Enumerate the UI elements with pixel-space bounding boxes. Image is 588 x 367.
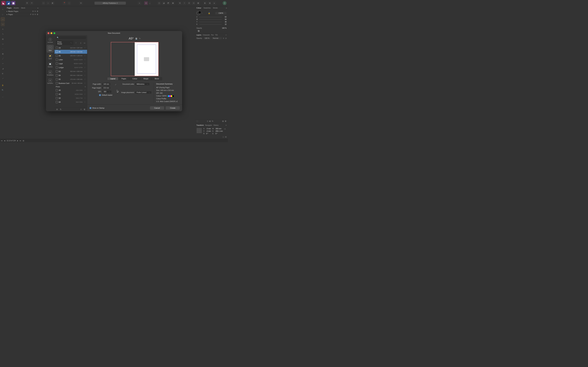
line-tool-icon[interactable]: ╱ — [1, 57, 5, 61]
heart-icon[interactable]: ♡ — [84, 93, 86, 95]
sync-icon[interactable]: ⟳ — [30, 1, 34, 5]
transparency-tool-icon[interactable]: ◐ — [1, 71, 5, 75]
default-master-checkbox[interactable]: ✓ — [99, 94, 101, 96]
add-layer-icon[interactable]: ▤ — [222, 120, 224, 122]
minimize-window-icon[interactable] — [51, 32, 52, 34]
page-opts-icon[interactable]: ▤ — [23, 140, 24, 142]
persona-designer[interactable]: ◢ — [6, 1, 10, 5]
preset-business-card[interactable]: Business Card55 mm × 88 mm♡ — [54, 81, 87, 85]
tab-bleed[interactable]: Bleed — [152, 77, 162, 80]
move-tool-icon[interactable]: ↖ — [1, 8, 5, 11]
link-wh-icon[interactable]: ⊐ — [224, 128, 225, 130]
chevron-down-icon[interactable]: ⌄ — [149, 1, 151, 5]
tab-history[interactable]: History — [213, 124, 218, 126]
heart-icon[interactable]: ♡ — [84, 83, 86, 84]
preset-legal[interactable]: Legal8.5 in × 14 in♡ — [54, 62, 87, 66]
image-placement-select[interactable]: Prefer Linked — [135, 91, 151, 94]
shape-circle-icon[interactable]: ○ — [46, 1, 50, 5]
swap-dimensions-icon[interactable]: ⤢ — [115, 83, 116, 86]
tab-stock[interactable]: Stock — [21, 7, 26, 9]
adjust-icon[interactable]: ◐ — [209, 120, 211, 122]
save-preset-icon[interactable]: 💾 — [135, 38, 138, 40]
vector-crop-tool-icon[interactable]: ✂ — [1, 62, 5, 66]
last-page-icon[interactable]: ⏭ — [20, 140, 21, 142]
picture-frame-tool-icon[interactable]: ▣ — [1, 52, 5, 56]
lock-icon[interactable]: 🔒 — [208, 12, 210, 14]
del-master-icon[interactable]: 🗑 — [37, 10, 38, 12]
preset-a6[interactable]: A6105 mm × 148 mm♡ — [54, 54, 87, 58]
prev-page-icon[interactable]: ◀ — [4, 140, 5, 142]
group2-icon[interactable]: ◪ — [162, 1, 165, 5]
colour-mode-select[interactable]: CMYK — [215, 12, 226, 14]
tab-pages[interactable]: Pages — [7, 7, 12, 9]
create-button[interactable]: Create — [166, 106, 180, 110]
portrait-icon[interactable]: ▯ — [79, 42, 82, 44]
preset-4r[interactable]: 4R4 in × 6 in♡ — [54, 88, 87, 92]
eyedropper-icon[interactable]: ⟋ — [201, 12, 203, 14]
transform-opt1-icon[interactable]: ▢ — [223, 136, 224, 138]
preset-4d[interactable]: 4D4.5 in × 6 in♡ — [54, 92, 87, 96]
tab-stroke[interactable]: Stroke — [213, 7, 218, 9]
heart-icon[interactable]: ♡ — [84, 63, 86, 65]
first-page-icon[interactable]: ⏮ — [1, 140, 3, 142]
tab-textstyles[interactable]: TSt — [215, 34, 217, 36]
x-value[interactable]: -3 mm — [206, 128, 211, 130]
preset-warn-icon[interactable]: ⚠ — [80, 108, 82, 111]
heart-icon[interactable]: ♡ — [84, 78, 86, 80]
category-menu-icon[interactable]: ≡ — [85, 86, 86, 88]
pin2-icon[interactable]: ⬚ — [67, 1, 71, 5]
transform-opt2-icon[interactable]: ⊞ — [225, 136, 226, 138]
gear-icon[interactable]: ⚙ — [223, 37, 224, 39]
art-text-tool-icon[interactable]: ▭ — [1, 22, 5, 26]
hand-tool-icon[interactable]: ✋ — [1, 83, 5, 87]
baseline-icon[interactable]: ▤ — [144, 1, 148, 5]
preset-b4[interactable]: B4250 mm × 353 mm♡ — [54, 73, 87, 77]
master-pages-section[interactable]: ▶ Master Pages ⊞ ⧉ 🗑 — [6, 10, 39, 13]
h-value[interactable]: 206.1 mm — [216, 130, 223, 132]
sidebar-item-samples[interactable]: ⊞ Samples — [47, 77, 54, 85]
group3-icon[interactable]: ◩ — [166, 1, 170, 5]
r-value[interactable]: 0 ° — [206, 133, 211, 134]
show-on-startup-checkbox[interactable]: ✓ — [90, 107, 91, 109]
page-indicator[interactable]: 12,13 of 124 — [7, 140, 16, 142]
sidebar-item-open[interactable]: 📁 Open — [47, 53, 54, 61]
layer-opacity-value[interactable]: 100 % — [203, 37, 211, 39]
cancel-button[interactable]: Cancel — [150, 106, 164, 110]
colour-well-icon[interactable]: ○ — [1, 95, 5, 99]
tab-swatches[interactable]: Swatches — [203, 7, 211, 9]
preset-ledger[interactable]: Ledger11 in × 17 in♡ — [54, 66, 87, 69]
edit-layers-icon[interactable]: ⬚ — [196, 120, 198, 122]
page-height-input[interactable]: 210 mm — [102, 87, 110, 89]
misc1-icon[interactable]: ◐ — [203, 1, 207, 5]
rect-tool-icon[interactable]: ▭ — [1, 42, 5, 46]
fx-menu-icon[interactable]: ⊞ — [225, 37, 226, 39]
ellipse-tool-icon[interactable]: ○ — [1, 47, 5, 51]
preset-a5[interactable]: A5148 mm × 210 mm♡ — [54, 50, 87, 54]
arrange4-icon[interactable]: ⊡ — [192, 1, 195, 5]
tab-colour-settings[interactable]: Colour — [129, 77, 140, 80]
mask-icon[interactable]: ◻ — [207, 120, 208, 122]
preset-6r[interactable]: 6R6 in × 8 in♡ — [54, 100, 87, 104]
heart-icon[interactable]: ♡ — [84, 71, 86, 72]
heart-icon[interactable]: ♡ — [84, 97, 86, 99]
arrange-icon[interactable]: ⊞ — [178, 1, 182, 5]
tab-transform[interactable]: Transform — [196, 124, 204, 126]
prefs-icon[interactable]: ⚙ — [25, 1, 29, 5]
tab-pages-settings[interactable]: Pages — [119, 77, 129, 80]
eyedrop-tool-icon[interactable]: ⤢ — [1, 76, 5, 80]
dialog-titlebar[interactable]: New Document — [46, 31, 182, 35]
tab-colour[interactable]: Colour — [196, 7, 201, 9]
preset-a4[interactable]: A4210 mm × 297 mm♡ — [54, 46, 87, 50]
transform-menu-icon[interactable]: ≡ — [225, 124, 226, 126]
del-page-icon[interactable]: 🗑 — [37, 13, 38, 15]
tab-paragraph[interactable]: Par — [211, 34, 214, 36]
heart-icon[interactable]: ♡ — [84, 90, 86, 91]
close-window-icon[interactable] — [48, 32, 49, 34]
pin-icon[interactable]: 📍 — [63, 1, 66, 5]
tab-layout[interactable]: Layout — [107, 77, 118, 80]
heart-icon[interactable]: ♡ — [84, 55, 86, 57]
tab-margin[interactable]: Margin — [140, 77, 152, 80]
photo-category-header[interactable]: Photo≡ — [54, 85, 87, 88]
category-select[interactable]: Press Ready — [56, 41, 74, 45]
shape-misc-icon[interactable]: ◧ — [51, 1, 54, 5]
